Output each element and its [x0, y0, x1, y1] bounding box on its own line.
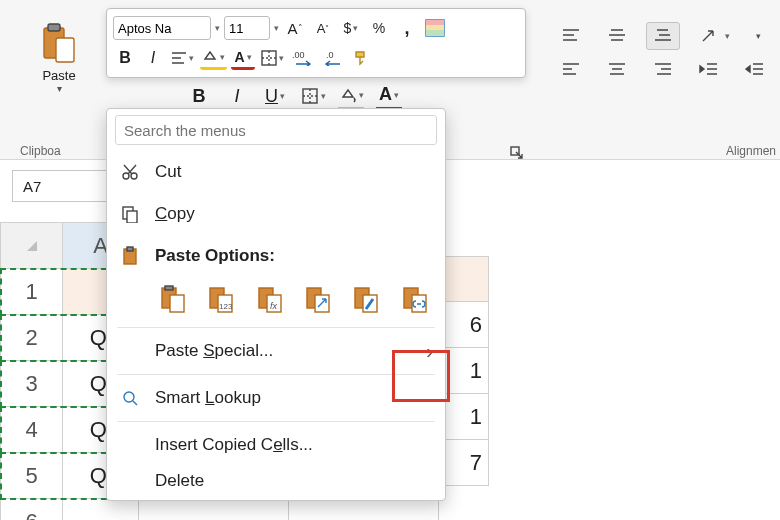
- paste-group[interactable]: Paste ▾: [22, 22, 96, 94]
- paste-options-row: 123 fx: [107, 277, 445, 325]
- bold-button-ribbon[interactable]: B: [186, 82, 212, 110]
- row-header-5[interactable]: 5: [1, 453, 63, 499]
- svg-rect-8: [426, 30, 444, 36]
- svg-text:.00: .00: [292, 50, 305, 60]
- shrink-font-button[interactable]: A˅: [311, 16, 335, 40]
- row-header-4[interactable]: 4: [1, 407, 63, 453]
- scissors-icon: [119, 163, 141, 181]
- align-bottom-button[interactable]: [646, 22, 680, 50]
- clipboard-icon: [119, 246, 141, 266]
- svg-rect-1: [48, 24, 60, 31]
- italic-button-ribbon[interactable]: I: [224, 82, 250, 110]
- comma-format-button[interactable]: ,: [395, 16, 419, 40]
- decrease-indent-button[interactable]: [692, 56, 726, 84]
- paste-option-paste[interactable]: [155, 281, 191, 317]
- orientation-button[interactable]: ▾: [692, 22, 736, 50]
- bold-button[interactable]: B: [113, 46, 137, 70]
- callout-highlight: [392, 350, 450, 402]
- font-color-button-ribbon[interactable]: A▾: [376, 82, 402, 110]
- accounting-format-button[interactable]: $▾: [339, 16, 363, 40]
- svg-text:.0: .0: [326, 50, 334, 60]
- row-header-1[interactable]: 1: [1, 269, 63, 315]
- svg-rect-9: [262, 51, 276, 65]
- format-painter-button[interactable]: [350, 46, 374, 70]
- paste-option-link[interactable]: [397, 281, 433, 317]
- svg-rect-6: [426, 20, 444, 25]
- menu-cut[interactable]: Cut: [107, 151, 445, 193]
- svg-rect-20: [170, 295, 184, 312]
- borders-button-ribbon[interactable]: ▾: [300, 82, 326, 110]
- svg-text:fx: fx: [270, 301, 278, 311]
- grow-font-button[interactable]: A˄: [283, 16, 307, 40]
- underline-button-ribbon[interactable]: U▾: [262, 82, 288, 110]
- increase-indent-button[interactable]: [738, 56, 772, 84]
- align-top-button[interactable]: [554, 22, 588, 50]
- italic-button[interactable]: I: [141, 46, 165, 70]
- clipboard-group-label: Clipboa: [20, 144, 61, 158]
- cell-A6[interactable]: [63, 499, 139, 521]
- decrease-decimal-button[interactable]: .0: [320, 46, 346, 70]
- font-size-combo[interactable]: [224, 16, 270, 40]
- font-color-button[interactable]: A▾: [231, 46, 255, 70]
- fill-color-button[interactable]: ▾: [200, 46, 227, 70]
- cell-D6[interactable]: [139, 499, 289, 521]
- row-header-6[interactable]: 6: [1, 499, 63, 521]
- paste-option-values[interactable]: 123: [203, 281, 239, 317]
- copy-icon: [119, 205, 141, 223]
- row-header-2[interactable]: 2: [1, 315, 63, 361]
- align-middle-button[interactable]: [600, 22, 634, 50]
- svg-text:123: 123: [219, 302, 233, 311]
- select-all-corner[interactable]: [1, 223, 63, 269]
- conditional-format-button[interactable]: [423, 16, 447, 40]
- font-dialog-launcher[interactable]: [510, 146, 524, 163]
- svg-rect-19: [165, 286, 173, 290]
- paste-option-formulas[interactable]: fx: [252, 281, 288, 317]
- cell-E6[interactable]: [289, 499, 439, 521]
- align-right-button[interactable]: [646, 56, 680, 84]
- svg-rect-2: [56, 38, 74, 62]
- paste-option-formatting[interactable]: [348, 281, 384, 317]
- menu-paste-options-label: Paste Options:: [107, 235, 445, 277]
- context-menu: Cut Copy Paste Options: 123 fx Paste Spe…: [106, 108, 446, 501]
- svg-point-33: [124, 392, 134, 402]
- align-left-button[interactable]: [554, 56, 588, 84]
- menu-search[interactable]: [115, 115, 437, 145]
- align-center-button[interactable]: [600, 56, 634, 84]
- paste-option-transpose[interactable]: [300, 281, 336, 317]
- paste-caret[interactable]: ▾: [22, 83, 96, 94]
- menu-delete[interactable]: Delete: [107, 466, 445, 496]
- svg-rect-15: [127, 211, 137, 223]
- svg-rect-17: [127, 247, 133, 251]
- menu-copy[interactable]: Copy: [107, 193, 445, 235]
- svg-rect-7: [426, 25, 444, 30]
- menu-insert-copied-cells[interactable]: Insert Copied Cells...: [107, 424, 445, 466]
- borders-button[interactable]: ▾: [259, 46, 286, 70]
- mini-toolbar: ▾ ▾ A˄ A˅ $▾ % , B I ▾ ▾ A▾ ▾ .00 .0: [106, 8, 526, 78]
- paste-label: Paste: [22, 68, 96, 83]
- percent-format-button[interactable]: %: [367, 16, 391, 40]
- font-name-combo[interactable]: [113, 16, 211, 40]
- fill-color-button-ribbon[interactable]: ▾: [338, 82, 364, 110]
- menu-search-input[interactable]: [115, 115, 437, 145]
- svg-rect-4: [303, 89, 317, 103]
- wrap-text-button[interactable]: ▾: [748, 22, 768, 50]
- increase-decimal-button[interactable]: .00: [290, 46, 316, 70]
- col-c-fragment: 6 1 1 7: [446, 256, 489, 486]
- alignment-group: ▾ ▾: [554, 22, 772, 84]
- search-icon: [119, 389, 141, 407]
- name-box-value: A7: [13, 178, 51, 195]
- paste-icon: [22, 22, 96, 66]
- align-button[interactable]: ▾: [169, 46, 196, 70]
- alignment-group-label: Alignmen: [726, 144, 776, 158]
- font-buttons-row: B I U▾ ▾ ▾ A▾: [186, 82, 402, 110]
- row-header-3[interactable]: 3: [1, 361, 63, 407]
